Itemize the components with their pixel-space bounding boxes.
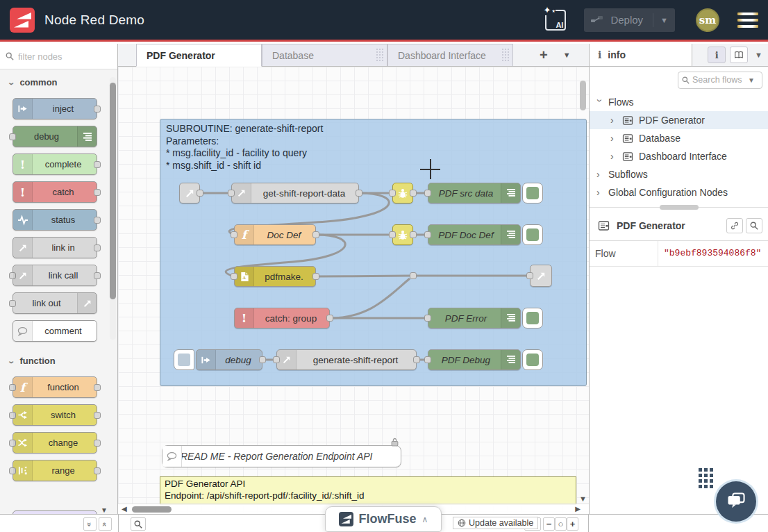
tree-item-pdf-generator[interactable]: › PDF Generator [590, 111, 768, 129]
search-flow-button[interactable] [746, 218, 762, 233]
canvas-hscrollbar-thumb[interactable] [132, 506, 172, 513]
node-pdf-error[interactable]: PDF Error [428, 308, 521, 329]
node-port[interactable] [312, 231, 319, 238]
palette-node-inject[interactable]: inject [12, 98, 97, 119]
search-flows-box[interactable]: ▼ [678, 72, 762, 89]
palette-filter[interactable] [0, 44, 117, 69]
node-bug-2[interactable] [392, 224, 413, 245]
copy-link-button[interactable] [726, 218, 743, 233]
node-port[interactable] [94, 161, 101, 168]
flowfuse-menu-button[interactable]: FlowFuse ∧ [325, 506, 442, 532]
canvas-vscrollbar-thumb[interactable] [580, 81, 586, 110]
tab-dashboard-interface[interactable]: Dashboard Interface [387, 44, 513, 66]
node-port[interactable] [94, 217, 101, 224]
palette-node-complete[interactable]: ! complete [12, 153, 97, 175]
node-port[interactable] [413, 356, 420, 363]
update-available-button[interactable]: Update available [453, 517, 538, 529]
zoom-in-button[interactable]: + [567, 517, 578, 531]
canvas-scroll-left-icon[interactable]: ◀ [122, 505, 127, 513]
palette-node-link-call[interactable]: link call [12, 265, 97, 286]
node-inject-debug[interactable]: debug [196, 349, 262, 370]
node-port[interactable] [94, 244, 101, 251]
palette-node-comment[interactable]: comment [12, 320, 97, 342]
node-port[interactable] [94, 412, 101, 419]
deploy-options-caret[interactable]: ▼ [653, 13, 668, 27]
palette-node-catch[interactable]: ! catch [12, 181, 97, 203]
node-port[interactable] [424, 190, 431, 197]
sidebar-splitter[interactable] [590, 207, 768, 214]
palette-scrollbar-thumb[interactable] [110, 83, 116, 299]
node-port[interactable] [9, 300, 16, 307]
deploy-button[interactable]: Deploy ▼ [584, 8, 675, 32]
palette-node-debug[interactable]: debug [12, 126, 97, 147]
node-port[interactable] [9, 133, 16, 140]
debug-toggle-button[interactable] [522, 183, 543, 203]
palette-node-change[interactable]: change [12, 432, 97, 454]
node-port[interactable] [410, 231, 417, 238]
node-port[interactable] [94, 440, 101, 447]
node-pdf-src-data[interactable]: PDF src data [428, 183, 521, 203]
node-port[interactable] [94, 272, 101, 279]
node-port[interactable] [94, 106, 101, 113]
node-port[interactable] [389, 190, 396, 197]
node-readme-comment[interactable]: READ ME - Report Generation Endpoint API [162, 445, 401, 467]
palette-node-link-in[interactable]: link in [12, 237, 97, 258]
node-port[interactable] [197, 190, 203, 197]
node-pdfmake[interactable]: A pdfmake. [234, 266, 316, 287]
widget-drag-handle[interactable] [699, 468, 714, 489]
node-port[interactable] [273, 356, 280, 363]
node-port[interactable] [231, 273, 237, 280]
palette-node-range[interactable]: range [12, 460, 97, 481]
splitter-handle[interactable] [660, 205, 699, 210]
ai-assistant-icon[interactable]: ✦ ★ AI [545, 10, 566, 31]
palette-node-function[interactable]: f function [12, 376, 97, 398]
node-port[interactable] [259, 356, 266, 363]
node-red-logo-icon[interactable] [10, 8, 35, 33]
expand-all-button[interactable]: « [99, 517, 112, 531]
collapse-all-button[interactable]: » [83, 517, 97, 531]
node-bug-1[interactable] [392, 183, 413, 203]
tree-item-database[interactable]: › Database [590, 129, 768, 147]
palette-category-function[interactable]: ⌄ function [0, 348, 117, 370]
add-flow-button[interactable]: + [540, 48, 548, 62]
tree-item-dashboard-interface[interactable]: › Dashboard Interface [590, 147, 768, 165]
main-menu-button[interactable] [737, 13, 758, 28]
node-port[interactable] [312, 273, 319, 280]
node-port[interactable] [228, 190, 235, 197]
node-port[interactable] [94, 384, 101, 391]
info-tab-button[interactable]: i [708, 47, 726, 63]
debug-toggle-button[interactable] [522, 224, 543, 245]
palette-node-status[interactable]: status [12, 209, 97, 231]
tree-item-subflows[interactable]: › Subflows [590, 165, 768, 183]
flow-list-caret[interactable]: ▼ [563, 51, 571, 59]
tab-info[interactable]: i info [590, 44, 692, 66]
node-pdf-doc-def[interactable]: PDF Doc Def [428, 224, 521, 245]
user-avatar[interactable]: sm [696, 8, 719, 32]
tab-pdf-generator[interactable]: PDF Generator [136, 44, 262, 67]
tree-item-flows[interactable]: › Flows [590, 93, 768, 111]
node-catch-group[interactable]: ! catch: group [234, 308, 330, 329]
node-port[interactable] [94, 189, 101, 196]
node-port[interactable] [410, 190, 417, 197]
debug-toggle-button[interactable] [522, 308, 543, 329]
canvas-search-button[interactable] [131, 517, 146, 531]
node-generate-shift-report[interactable]: generate-shift-report [276, 349, 417, 370]
node-port[interactable] [356, 190, 362, 197]
canvas-scroll-right-icon[interactable]: ▶ [575, 505, 581, 513]
zoom-reset-button[interactable]: ○ [555, 517, 567, 531]
sidebar-tabs-caret[interactable]: ▼ [755, 51, 762, 59]
node-pdf-debug[interactable]: PDF Debug [428, 349, 521, 370]
node-doc-def[interactable]: f Doc Def [234, 224, 316, 245]
search-flows-input[interactable] [692, 75, 745, 85]
debug-toggle-button[interactable] [522, 349, 543, 370]
flow-group[interactable]: SUBROUTINE: generate-shift-report Parame… [160, 119, 587, 386]
filter-nodes-input[interactable] [18, 51, 101, 62]
node-port[interactable] [326, 315, 333, 322]
palette-node-link-out[interactable]: link out [12, 292, 97, 314]
node-link-in[interactable] [179, 183, 200, 203]
node-port[interactable] [231, 231, 237, 238]
node-link-out[interactable] [530, 265, 552, 287]
palette-node-switch[interactable]: switch [12, 404, 97, 426]
inject-button[interactable] [174, 349, 194, 370]
palette-category-common[interactable]: ⌄ common [0, 69, 117, 92]
